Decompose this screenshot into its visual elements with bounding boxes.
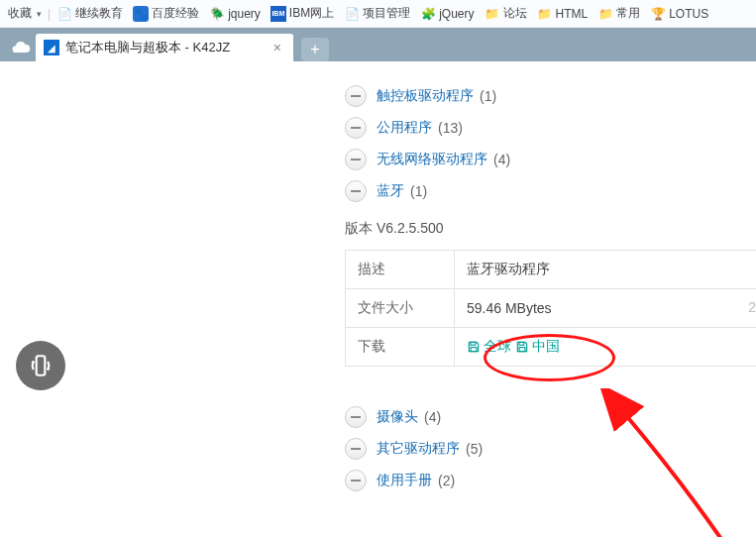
bookmark-item-9[interactable]: 🏆LOTUS (646, 4, 712, 24)
save-disk-icon (515, 340, 529, 354)
tab-favicon-icon: ◢ (44, 40, 59, 55)
category-link[interactable]: 公用程序 (377, 119, 432, 137)
category-count: (13) (438, 120, 463, 136)
bookmark-item-8[interactable]: 📁常用 (594, 3, 644, 24)
tab-close-button[interactable]: × (270, 40, 285, 55)
size-label: 文件大小 (346, 289, 455, 327)
svg-rect-3 (519, 342, 524, 345)
category-row: 其它驱动程序 (5) (345, 438, 756, 460)
category-count: (2) (438, 473, 455, 488)
svg-rect-0 (37, 356, 46, 376)
minus-icon (351, 480, 361, 482)
bookmark-item-3[interactable]: IBMIBM网上 (267, 3, 338, 24)
svg-rect-2 (471, 348, 477, 352)
version-label: 版本 V6.2.5.500 (345, 220, 756, 238)
category-count: (4) (424, 409, 441, 425)
bookmark-item-1[interactable]: 🐾百度经验 (129, 3, 203, 24)
bookmark-item-2[interactable]: 🪲jquery (205, 4, 265, 24)
new-tab-button[interactable]: + (301, 38, 329, 61)
minus-icon (351, 127, 361, 129)
bookmark-item-6[interactable]: 📁论坛 (481, 3, 531, 24)
driver-info-table: 描述 蓝牙驱动程序 文件大小 59.46 MBytes 2 下载 全球 中国 (345, 250, 756, 367)
chevron-down-icon: ▾ (37, 9, 42, 19)
category-row: 使用手册 (2) (345, 470, 756, 491)
phone-rotate-icon (28, 353, 54, 378)
download-global-link[interactable]: 全球 (467, 338, 511, 356)
collapse-toggle[interactable] (345, 85, 367, 107)
cloud-button[interactable] (6, 34, 36, 61)
minus-icon (351, 95, 361, 97)
download-label: 下载 (346, 328, 455, 366)
doc-icon: 📄 (56, 6, 72, 22)
paw-icon: 🐾 (133, 6, 149, 22)
table-row-desc: 描述 蓝牙驱动程序 (346, 251, 756, 289)
trophy-icon: 🏆 (650, 6, 666, 22)
download-links: 全球 中国 (455, 328, 756, 366)
category-link[interactable]: 其它驱动程序 (377, 440, 460, 458)
category-link[interactable]: 无线网络驱动程序 (377, 151, 487, 168)
size-extra: 2 (744, 289, 756, 327)
table-row-download: 下载 全球 中国 (346, 328, 756, 366)
category-count: (5) (466, 441, 483, 457)
svg-rect-4 (519, 348, 525, 352)
ibm-icon: IBM (270, 6, 286, 22)
category-row: 触控板驱动程序 (1) (345, 85, 756, 107)
collapse-toggle[interactable] (345, 149, 367, 170)
folder-icon: 📁 (485, 6, 500, 22)
desc-label: 描述 (346, 251, 455, 288)
save-disk-icon (467, 340, 481, 354)
category-row: 蓝牙 (1) (345, 180, 756, 202)
collapse-toggle[interactable] (345, 406, 367, 428)
folder-icon: 📁 (597, 6, 613, 22)
minus-icon (351, 159, 361, 161)
separator: | (48, 7, 51, 21)
category-row: 无线网络驱动程序 (4) (345, 149, 756, 170)
collapse-toggle[interactable] (345, 470, 367, 491)
bookmark-item-5[interactable]: 🧩jQuery (416, 4, 478, 24)
cloud-icon (11, 38, 31, 57)
table-row-size: 文件大小 59.46 MBytes 2 (346, 289, 756, 328)
size-value: 59.46 MBytes (455, 289, 744, 327)
bug-icon: 🪲 (209, 6, 225, 22)
bookmarks-label: 收藏 (8, 5, 32, 22)
download-china-link[interactable]: 中国 (515, 338, 560, 356)
category-row: 公用程序 (13) (345, 117, 756, 139)
tab-strip: ◢ 笔记本电脑与超极本 - K42JZ × + (0, 28, 756, 61)
minus-icon (351, 448, 361, 450)
category-link[interactable]: 使用手册 (377, 472, 432, 489)
browser-tab[interactable]: ◢ 笔记本电脑与超极本 - K42JZ × (36, 34, 293, 61)
page-viewport: 触控板驱动程序 (1) 公用程序 (13) 无线网络驱动程序 (4) 蓝牙 (1… (0, 61, 756, 537)
favorites-menu[interactable]: 收藏 ▾ (4, 3, 46, 24)
category-link[interactable]: 蓝牙 (377, 182, 404, 200)
driver-list: 触控板驱动程序 (1) 公用程序 (13) 无线网络驱动程序 (4) 蓝牙 (1… (325, 61, 756, 501)
tab-title: 笔记本电脑与超极本 - K42JZ (65, 39, 230, 56)
collapse-toggle[interactable] (345, 438, 367, 460)
device-sync-button[interactable] (16, 341, 65, 390)
category-link[interactable]: 摄像头 (377, 408, 418, 426)
bookmark-item-7[interactable]: 📁HTML (533, 4, 593, 24)
category-link[interactable]: 触控板驱动程序 (377, 87, 474, 105)
category-row: 摄像头 (4) (345, 406, 756, 428)
folder-icon: 📁 (537, 6, 553, 22)
svg-rect-1 (471, 342, 476, 345)
desc-value: 蓝牙驱动程序 (455, 251, 756, 288)
category-count: (1) (480, 88, 496, 104)
bookmark-item-4[interactable]: 📄项目管理 (340, 3, 414, 24)
collapse-toggle[interactable] (345, 117, 367, 139)
bookmark-item-0[interactable]: 📄继续教育 (53, 3, 127, 24)
jquery-icon: 🧩 (420, 6, 436, 22)
category-count: (4) (493, 152, 510, 167)
bookmarks-bar: 收藏 ▾ | 📄继续教育 🐾百度经验 🪲jquery IBMIBM网上 📄项目管… (0, 0, 756, 28)
collapse-toggle[interactable] (345, 180, 367, 202)
minus-icon (351, 416, 361, 418)
minus-icon (351, 190, 361, 192)
category-count: (1) (410, 183, 427, 199)
doc-icon: 📄 (344, 6, 360, 22)
